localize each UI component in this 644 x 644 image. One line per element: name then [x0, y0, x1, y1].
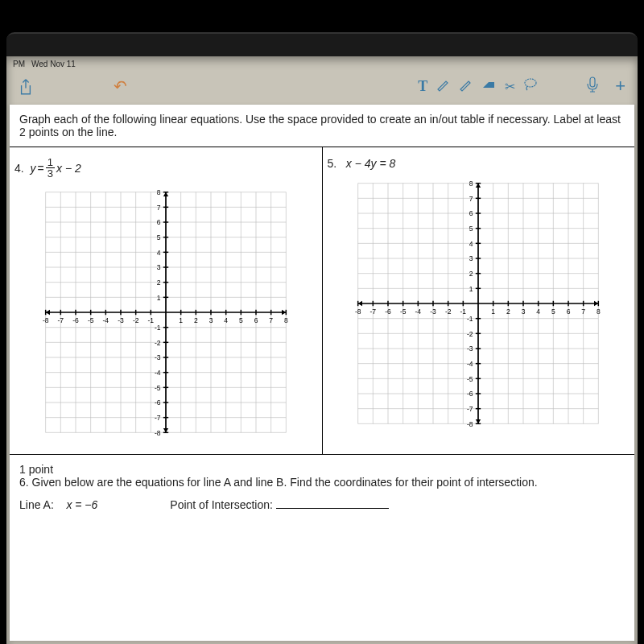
svg-text:-4: -4 [102, 316, 109, 324]
svg-text:-2: -2 [467, 330, 473, 338]
problem-4-equation: 4. y = 1 3 x − 2 [14, 154, 317, 184]
svg-text:-1: -1 [460, 308, 467, 316]
photo-background: PM Wed Nov 11 ↶ T ✂ [0, 0, 644, 644]
svg-text:3: 3 [522, 308, 526, 316]
svg-text:8: 8 [469, 180, 473, 188]
text-tool-icon[interactable]: T [418, 78, 427, 95]
problem-5: 5. x − 4y = 8 -8-7-6-5-4-3-2-112345678-8… [322, 147, 635, 454]
svg-text:5: 5 [469, 225, 473, 233]
svg-text:-1: -1 [155, 324, 161, 332]
lineA-label: Line A: [19, 498, 54, 511]
svg-text:-5: -5 [88, 316, 94, 324]
worksheet-page: Graph each of the following linear equat… [10, 105, 634, 641]
svg-text:-5: -5 [467, 375, 473, 383]
plus-icon[interactable]: + [615, 76, 625, 97]
q6-points: 1 point [19, 463, 625, 476]
svg-text:-7: -7 [57, 316, 64, 324]
svg-text:6: 6 [469, 209, 473, 217]
q6-text: 6. Given below are the equations for lin… [19, 476, 625, 489]
p4-var: y [31, 162, 36, 175]
p4-number: 4. [14, 162, 24, 175]
problems-row: 4. y = 1 3 x − 2 -8-7-6-5-4-3-2 [10, 147, 634, 455]
svg-text:1: 1 [469, 285, 473, 293]
svg-text:-5: -5 [155, 384, 161, 392]
p4-prefix: = [38, 162, 44, 175]
p5-number: 5. [328, 157, 337, 170]
svg-text:2: 2 [506, 308, 510, 316]
svg-text:-7: -7 [370, 308, 377, 316]
poi-label: Point of Intersection: [170, 498, 273, 511]
svg-text:3: 3 [157, 263, 161, 271]
svg-text:-6: -6 [72, 316, 79, 324]
svg-text:6: 6 [254, 316, 258, 324]
problem-6-header: 1 point 6. Given below are the equations… [10, 455, 634, 493]
app-toolbar: ↶ T ✂ + [6, 71, 638, 101]
tablet-screen: PM Wed Nov 11 ↶ T ✂ [6, 56, 638, 644]
svg-text:-1: -1 [147, 316, 154, 324]
tablet-bezel [6, 32, 638, 56]
svg-text:-4: -4 [415, 308, 422, 316]
svg-text:8: 8 [157, 188, 161, 196]
svg-text:1: 1 [179, 316, 183, 324]
svg-rect-1 [590, 77, 595, 87]
svg-text:2: 2 [194, 316, 198, 324]
coordinate-grid-5: -8-7-6-5-4-3-2-112345678-8-7-6-5-4-3-2-1… [341, 175, 615, 432]
svg-text:7: 7 [269, 316, 273, 324]
eraser-tool-icon[interactable] [481, 78, 497, 95]
svg-text:7: 7 [582, 308, 586, 316]
undo-icon[interactable]: ↶ [114, 76, 127, 96]
svg-text:6: 6 [157, 218, 161, 226]
problem-5-equation: 5. x − 4y = 8 [328, 154, 630, 175]
svg-text:-4: -4 [467, 360, 473, 368]
svg-text:-5: -5 [400, 308, 407, 316]
svg-text:2: 2 [157, 279, 161, 287]
share-icon[interactable] [19, 78, 33, 94]
svg-text:2: 2 [469, 270, 473, 278]
svg-text:-2: -2 [155, 339, 161, 347]
svg-text:7: 7 [469, 195, 473, 203]
svg-text:8: 8 [597, 308, 601, 316]
svg-text:-8: -8 [43, 316, 49, 324]
problem-6-sub: Line A: x = −6 Point of Intersection: [10, 493, 634, 522]
coordinate-grid-4: -8-7-6-5-4-3-2-112345678-8-7-6-5-4-3-2-1… [29, 184, 303, 441]
status-bar: PM Wed Nov 11 [6, 56, 638, 71]
svg-text:-7: -7 [467, 405, 473, 413]
pen-tool-icon[interactable] [436, 77, 450, 96]
p4-fraction: 1 3 [46, 157, 55, 179]
svg-text:-3: -3 [430, 308, 436, 316]
scissors-tool-icon[interactable]: ✂ [505, 79, 515, 94]
svg-text:5: 5 [157, 233, 161, 242]
svg-text:-7: -7 [155, 414, 161, 422]
mic-icon[interactable] [586, 76, 599, 97]
svg-text:-8: -8 [467, 420, 473, 428]
svg-text:6: 6 [567, 308, 571, 316]
svg-text:-3: -3 [467, 345, 473, 353]
svg-text:3: 3 [208, 316, 213, 324]
svg-text:-3: -3 [155, 353, 161, 361]
svg-text:8: 8 [284, 316, 288, 324]
instructions-text: Graph each of the following linear equat… [10, 105, 634, 147]
status-date: Wed Nov 11 [31, 60, 76, 68]
svg-text:5: 5 [551, 308, 555, 316]
svg-text:-4: -4 [155, 369, 161, 377]
svg-text:-8: -8 [155, 429, 161, 437]
status-left: PM [13, 60, 25, 68]
svg-text:-2: -2 [133, 316, 139, 324]
pencil-tool-icon[interactable] [458, 77, 473, 96]
svg-text:4: 4 [157, 249, 161, 257]
p5-text: x − 4y = 8 [346, 157, 395, 170]
svg-text:4: 4 [537, 308, 541, 316]
grid-4-holder: -8-7-6-5-4-3-2-112345678-8-7-6-5-4-3-2-1… [14, 184, 317, 441]
svg-text:-6: -6 [155, 398, 161, 407]
svg-text:5: 5 [239, 316, 243, 324]
svg-text:4: 4 [469, 240, 473, 248]
svg-text:-1: -1 [467, 315, 473, 323]
svg-text:-3: -3 [118, 316, 124, 324]
poi-blank[interactable] [276, 508, 389, 509]
p4-suffix: x − 2 [56, 162, 81, 175]
svg-text:4: 4 [224, 316, 228, 324]
lasso-tool-icon[interactable] [523, 77, 538, 96]
svg-text:-6: -6 [467, 390, 473, 398]
tool-icons-group: T ✂ [418, 77, 538, 96]
svg-text:3: 3 [469, 254, 473, 262]
